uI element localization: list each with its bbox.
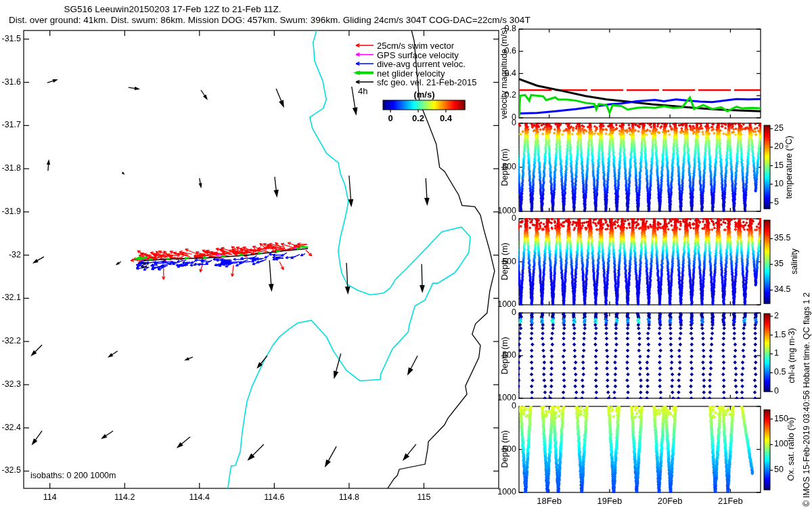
oxygen-x-tick-label: 19Feb [597,496,622,506]
sal-colorbar-tick-label: 34.5 [774,284,790,294]
map-y-tick-label: -32.5 [0,465,21,475]
map-y-tick-label: -32.3 [0,379,21,389]
chl-colorbar-tick-label: 2 [774,311,779,320]
map-colorbar-title: (m/s) [413,89,434,100]
oxy-y-tick-label: 1000 [476,487,516,496]
temp-y-tick-label: 500 [476,162,516,171]
chl-colorbar-tick-label: 0 [774,386,779,396]
oxygen-colorbar-label: Ox. sat. ratio (%) [786,417,796,481]
map-y-tick-label: -31.7 [0,120,21,129]
map-y-tick-label: -31.9 [0,207,21,216]
temperature-colorbar-label: temperature (°C) [784,135,794,198]
isobaths-label: isobaths: 0 200 1000m [30,471,116,480]
map-colorbar-tick-label: 0 [388,113,392,123]
sal-y-tick-label: 500 [476,257,516,266]
oxygen-x-tick-label: 21Feb [718,496,743,506]
temp-colorbar-tick-label: 15 [774,161,784,170]
velocity-y-tick-label: 0.6 [476,46,516,56]
oxy-colorbar-tick-label: 100 [774,439,788,448]
velocity-y-tick-label: 0.8 [476,24,516,33]
imos-attribution: © IMOS 15-Feb-2019 03:40:56 Hobart time.… [802,293,811,507]
temp-colorbar-tick-label: 10 [774,179,784,188]
temp-colorbar-tick-label: 25 [774,123,784,133]
oxy-y-tick-label: 0 [476,401,516,410]
map-y-tick-label: -31.5 [0,34,21,43]
figure-root: { "header": { "title": "SG516 Leeuwin201… [0,0,812,508]
velocity-y-tick-label: 0.2 [476,90,516,100]
map-x-tick-label: 114.8 [339,492,359,502]
map-x-tick-label: 114 [43,492,57,502]
chl-colorbar-tick-label: 0.5 [774,367,786,377]
map-x-tick-label: 114.6 [264,492,284,502]
map-y-tick-label: -31.8 [0,163,21,173]
map-x-tick-label: 114.2 [114,492,135,502]
chl-colorbar-tick-label: 1 [774,348,779,358]
map-x-tick-label: 115 [417,492,430,502]
chla-y-tick-label: 500 [476,350,516,360]
temp-colorbar-tick-label: 5 [774,197,779,207]
map-colorbar-tick-label: 0.2 [412,113,424,123]
dive-number-label: 22 [141,261,149,269]
oxy-y-tick-label: 500 [476,444,516,454]
map-y-tick-label: -32.4 [0,423,21,432]
quiver-scale-label: 4h [358,86,367,96]
page-subtitle: Dist. over ground: 41km. Dist. swum: 86k… [9,15,516,25]
chla-y-tick-label: 0 [476,308,516,317]
oxygen-x-tick-label: 18Feb [537,496,562,506]
legend-label-sfc-geo-vel: sfc geo. vel. 21-Feb-2015 [377,77,476,87]
chla-colorbar-label: chl-a (mg m-3) [787,328,796,383]
map-y-tick-label: -32.1 [0,293,21,302]
sal-colorbar-tick-label: 35.5 [774,233,790,242]
map-x-tick-label: 114.4 [189,492,210,502]
temp-y-tick-label: 0 [476,118,516,127]
sal-y-tick-label: 0 [476,213,516,223]
velocity-y-tick-label: 0.4 [476,68,516,78]
map-y-tick-label: -31.6 [0,77,21,87]
oxy-colorbar-tick-label: 50 [774,465,784,474]
sal-colorbar-tick-label: 35 [774,259,784,268]
chl-colorbar-tick-label: 1.5 [774,330,786,339]
map-colorbar-tick-label: 0.4 [440,113,452,123]
page-title: SG516 Leeuwin20150203 17-Feb 12Z to 21-F… [24,4,321,14]
temp-colorbar-tick-label: 20 [774,142,784,151]
oxygen-x-tick-label: 20Feb [658,496,683,506]
oxy-colorbar-tick-label: 150 [774,414,788,423]
salinity-colorbar-label: salinity [790,249,799,274]
map-y-tick-label: -32.2 [0,336,21,345]
map-y-tick-label: -32 [0,250,21,259]
